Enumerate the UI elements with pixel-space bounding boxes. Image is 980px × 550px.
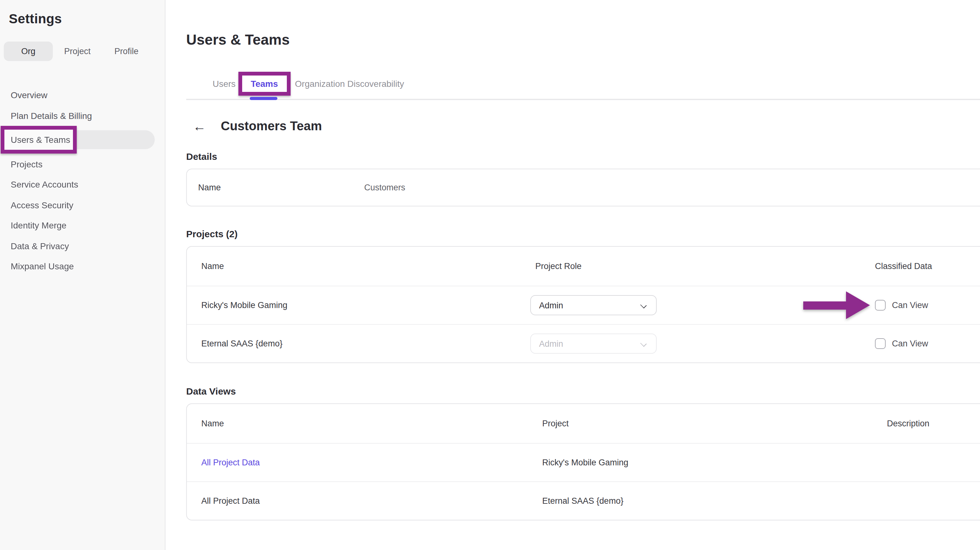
details-card: Name Customers	[186, 169, 980, 206]
data-view-row: All Project Data Ricky's Mobile Gaming	[187, 443, 980, 481]
project-name: Eternal SAAS {demo}	[201, 339, 282, 348]
settings-sidebar: Settings Org Project Profile Overview Pl…	[0, 0, 165, 550]
sidebar-item-plan-details-billing[interactable]: Plan Details & Billing	[0, 105, 165, 126]
sidebar-item-label: Users & Teams	[5, 135, 70, 145]
column-header-project: Project	[542, 419, 569, 428]
data-views-section-title: Data Views	[186, 386, 980, 397]
back-arrow-icon[interactable]: ←	[192, 118, 207, 134]
project-role-dropdown-disabled: Admin	[530, 333, 657, 354]
column-header-classified-data: Classified Data	[875, 261, 932, 271]
project-row-rickys-mobile-gaming: Ricky's Mobile Gaming Admin Can View	[187, 286, 980, 324]
team-heading: Customers Team	[221, 119, 322, 133]
project-name: Ricky's Mobile Gaming	[201, 300, 288, 310]
column-header-name: Name	[201, 419, 224, 428]
sidebar-item-identity-merge[interactable]: Identity Merge	[0, 215, 165, 235]
data-view-project: Ricky's Mobile Gaming	[542, 458, 628, 467]
tab-bar-divider	[186, 99, 980, 100]
can-view-label: Can View	[892, 300, 928, 310]
scope-tab-org[interactable]: Org	[4, 41, 53, 61]
data-view-project: Eternal SAAS {demo}	[542, 496, 624, 505]
data-views-table-header: Name Project Description	[187, 404, 980, 443]
data-view-name-link[interactable]: All Project Data	[201, 458, 260, 467]
team-header: ← Customers Team	[186, 118, 980, 134]
tab-organization-discoverability[interactable]: Organization Discoverability	[295, 79, 404, 89]
column-header-description: Description	[887, 419, 929, 428]
projects-table-header: Name Project Role Classified Data	[187, 247, 980, 286]
active-tab-indicator	[250, 97, 277, 100]
projects-table: Name Project Role Classified Data Ricky'…	[186, 246, 980, 363]
sidebar-item-projects[interactable]: Projects	[0, 154, 165, 174]
details-name-label: Name	[198, 183, 221, 192]
page-title: Users & Teams	[186, 32, 980, 48]
annotation-box-users-teams: Users & Teams	[1, 126, 77, 153]
can-view-checkbox[interactable]	[875, 300, 886, 311]
column-header-name: Name	[201, 261, 224, 271]
tab-users[interactable]: Users	[213, 79, 235, 89]
can-view-checkbox[interactable]	[875, 338, 886, 349]
data-view-name: All Project Data	[201, 496, 260, 505]
can-view-label: Can View	[892, 339, 928, 348]
chevron-down-icon	[640, 302, 647, 308]
settings-title: Settings	[9, 11, 165, 26]
sidebar-item-access-security[interactable]: Access Security	[0, 195, 165, 215]
details-name-value: Customers	[364, 183, 406, 192]
sidebar-item-data-privacy[interactable]: Data & Privacy	[0, 236, 165, 256]
data-view-row: All Project Data Eternal SAAS {demo}	[187, 481, 980, 520]
annotation-arrow-icon	[803, 291, 870, 319]
scope-tab-profile[interactable]: Profile	[102, 41, 151, 61]
sidebar-item-mixpanel-usage[interactable]: Mixpanel Usage	[0, 256, 165, 276]
sidebar-item-service-accounts[interactable]: Service Accounts	[0, 174, 165, 194]
sidebar-item-overview[interactable]: Overview	[0, 85, 165, 105]
details-section-title: Details	[186, 151, 980, 162]
app-window: Settings Org Project Profile Overview Pl…	[0, 0, 980, 550]
main-content: Users & Teams Users Teams Organization D…	[165, 0, 980, 550]
projects-section-title: Projects (2)	[186, 228, 980, 239]
details-row: Name Customers	[187, 169, 980, 206]
project-role-dropdown[interactable]: Admin	[530, 295, 657, 315]
data-views-table: Name Project Description All Project Dat…	[186, 403, 980, 520]
tab-bar: Users Teams Organization Discoverability	[186, 72, 980, 99]
sidebar-nav: Overview Plan Details & Billing Users & …	[0, 85, 165, 276]
annotation-box-teams: Teams	[238, 72, 291, 96]
project-role-value: Admin	[539, 300, 563, 310]
scope-switcher: Org Project Profile	[4, 41, 165, 61]
project-role-value: Admin	[539, 339, 563, 348]
chevron-down-icon	[640, 340, 647, 347]
column-header-project-role: Project Role	[535, 261, 582, 271]
tab-teams[interactable]: Teams	[251, 79, 278, 89]
sidebar-item-users-teams[interactable]: Users & Teams	[0, 126, 165, 153]
project-row-eternal-saas-demo: Eternal SAAS {demo} Admin Can View	[187, 324, 980, 362]
scope-tab-project[interactable]: Project	[53, 41, 102, 61]
